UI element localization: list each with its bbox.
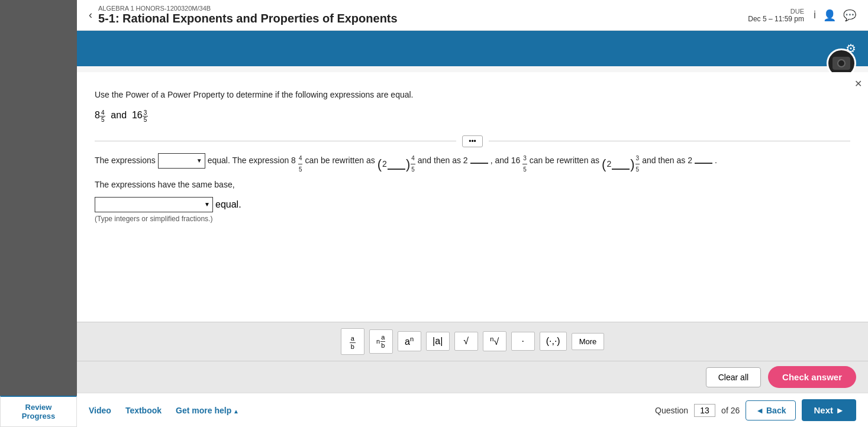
ellipsis-button[interactable]: ••• [462, 135, 483, 147]
and-connector: and [111, 110, 127, 120]
expr-base1: 2 [382, 157, 387, 172]
page-title: 5-1: Rational Exponents and Properties o… [98, 12, 398, 25]
second-row: equal. [95, 197, 850, 212]
next-button[interactable]: Next ► [802, 399, 856, 421]
problem-instruction: Use the Power of a Power Property to det… [95, 90, 850, 99]
question-total: of 26 [721, 406, 740, 415]
open-paren2: ( [602, 158, 606, 171]
absolute-value-button[interactable]: |a| [426, 332, 450, 351]
chat-icon[interactable]: 💬 [843, 9, 856, 22]
info-icon[interactable]: i [814, 9, 816, 21]
expressions-dropdown[interactable] [158, 153, 205, 169]
blue-banner: ⚙ [77, 31, 868, 66]
nth-root-button[interactable]: n√ [483, 331, 506, 351]
back-arrow[interactable]: ‹ [89, 9, 92, 21]
help-links: Video Textbook Get more help [89, 406, 239, 415]
can-be-rewritten2: can be rewritten as [530, 153, 599, 168]
due-date: Dec 5 – 11:59 pm [748, 15, 804, 23]
then-as-text: and then as 2 [418, 153, 468, 168]
equal-text: equal. The expression 8 [208, 153, 296, 168]
expressions-display: 845 and 1635 [95, 109, 850, 123]
comma-and-text: , and 16 [491, 153, 521, 168]
header: ‹ ALGEBRA 1 HONORS-1200320M/34B 5-1: Rat… [77, 0, 868, 31]
check-answer-button[interactable]: Check answer [768, 366, 856, 388]
close-paren1: ) [406, 158, 410, 171]
due-info: DUE Dec 5 – 11:59 pm [748, 8, 804, 23]
mixed-number-button[interactable]: nab [369, 329, 393, 354]
square-root-button[interactable]: √ [454, 332, 478, 351]
input-box-1[interactable] [388, 159, 405, 170]
superscript-button[interactable]: an [398, 331, 421, 351]
expr-base2: 2 [606, 157, 611, 172]
action-bar: Clear all Check answer [77, 361, 868, 393]
equal-label2: equal. [215, 199, 241, 210]
sentence-start: The expressions [95, 153, 156, 168]
review-progress-button[interactable]: Review Progress [0, 396, 77, 427]
input-box-4[interactable] [695, 153, 712, 164]
same-base-note: The expressions have the same base, [95, 177, 235, 192]
clear-all-button[interactable]: Clear all [706, 367, 761, 387]
exp1-num: 4 [100, 109, 106, 117]
profile-icon[interactable]: 👤 [823, 9, 836, 22]
more-button[interactable]: More [572, 333, 605, 350]
content-area: ✕ Use the Power of a Power Property to d… [77, 72, 868, 322]
question-number: 13 [694, 404, 715, 417]
fraction-button[interactable]: a b [341, 328, 364, 355]
exp2-den: 5 [143, 117, 149, 123]
input-box-2[interactable] [470, 153, 488, 164]
video-link[interactable]: Video [89, 406, 111, 415]
get-more-help-link[interactable]: Get more help [176, 406, 239, 415]
question-label: Question [655, 406, 688, 415]
period: . [715, 153, 717, 168]
math-toolbar: a b nab an |a| √ n√ · (·,·) More [77, 322, 868, 361]
close-icon[interactable]: ✕ [854, 78, 862, 89]
back-button[interactable]: ◄ Back [746, 400, 796, 420]
due-label: DUE [748, 8, 804, 15]
second-expr-group: ( 2 ) 35 [602, 153, 640, 175]
input-box-3[interactable] [612, 159, 630, 170]
exp1-den: 5 [100, 117, 106, 123]
problem-row: The expressions equal. The expression 8 … [95, 153, 850, 192]
second-dropdown[interactable] [95, 197, 213, 212]
textbook-link[interactable]: Textbook [125, 406, 162, 415]
exp2-num: 3 [143, 109, 149, 117]
can-be-rewritten: can be rewritten as [305, 153, 375, 168]
course-subtitle: ALGEBRA 1 HONORS-1200320M/34B [98, 5, 398, 12]
close-paren2: ) [630, 158, 634, 171]
first-expr-group: ( 2 ) 45 [377, 153, 415, 175]
open-paren1: ( [377, 158, 382, 171]
type-note: (Type integers or simplified fractions.) [95, 215, 850, 223]
then-as-text2: and then as 2 [642, 153, 692, 168]
dot-operator-button[interactable]: · [511, 332, 535, 351]
bottom-bar: Video Textbook Get more help Question 13… [77, 393, 868, 427]
question-nav: Question 13 of 26 ◄ Back Next ► [655, 399, 856, 421]
matrix-button[interactable]: (·,·) [540, 332, 567, 351]
